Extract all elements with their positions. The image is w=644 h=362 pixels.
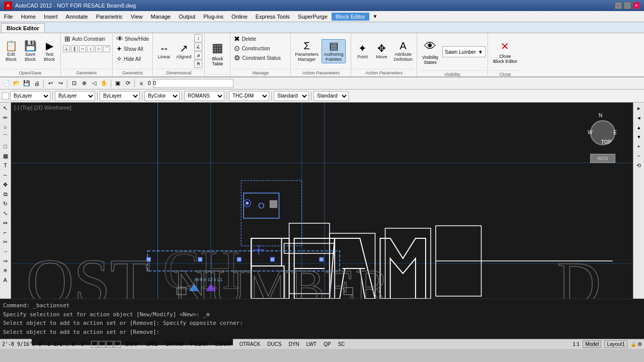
ortho-toggle[interactable]: ⊠ bbox=[106, 341, 113, 348]
edit-block-btn[interactable]: 📋 Edit Block bbox=[2, 40, 20, 63]
geo-btn-6[interactable]: ⌒ bbox=[103, 45, 110, 52]
construction-btn[interactable]: ⊙ Construction bbox=[232, 44, 271, 53]
lt-arc[interactable]: ⌒ bbox=[1, 132, 10, 141]
model-tab[interactable]: Model bbox=[583, 340, 601, 348]
block-table-btn[interactable]: ▦ BlockTable bbox=[207, 36, 228, 71]
menu-insert[interactable]: Insert bbox=[40, 13, 62, 21]
tb-redo[interactable]: ↪ bbox=[56, 79, 65, 88]
menu-online[interactable]: Online bbox=[227, 13, 252, 21]
lt-dimension[interactable]: ↔ bbox=[1, 170, 10, 179]
lt-hatch[interactable]: ▦ bbox=[1, 151, 10, 160]
dim-btn-3[interactable]: ⌀ bbox=[194, 51, 202, 59]
sawn-lumber-dropdown[interactable]: Sawn Lumber ▼ bbox=[442, 46, 486, 57]
tb-layer-state[interactable]: ≡ bbox=[137, 79, 146, 88]
authoring-palettes-btn[interactable]: ▤ AuthoringPalettes bbox=[321, 39, 346, 63]
lt-layer[interactable]: A bbox=[1, 276, 10, 285]
show-all-btn[interactable]: ✦ Show All bbox=[115, 44, 144, 53]
plot-style-select[interactable]: Standard bbox=[274, 91, 309, 101]
grid-status[interactable]: GRID bbox=[143, 340, 161, 348]
polar-toggle[interactable]: ⊕ bbox=[114, 341, 121, 348]
snap-toggle[interactable]: ⊞ bbox=[91, 341, 98, 348]
lt-rotate[interactable]: ↻ bbox=[1, 199, 10, 208]
sc-status[interactable]: SC bbox=[336, 340, 348, 348]
lt-circle[interactable]: ○ bbox=[1, 123, 10, 132]
canvas-area[interactable]: [-] [Top] [2D Wireframe] bbox=[11, 103, 633, 299]
rt-btn-2[interactable]: ◂ bbox=[634, 113, 643, 122]
lineweight-select[interactable]: ByColor bbox=[144, 91, 180, 101]
quick-access-btn[interactable]: ▼ bbox=[371, 14, 379, 19]
point-btn[interactable]: ✦ Point bbox=[353, 42, 371, 60]
polar-status[interactable]: POLAR bbox=[188, 340, 210, 348]
gear-icon[interactable]: ⚙ bbox=[637, 341, 642, 347]
tb-save[interactable]: 💾 bbox=[22, 79, 31, 88]
rt-btn-4[interactable]: ▾ bbox=[634, 132, 643, 141]
tb-zoom-window[interactable]: ⊕ bbox=[79, 79, 89, 88]
lt-explode[interactable]: ✳ bbox=[1, 266, 10, 275]
tb-zoom-extent[interactable]: ⊡ bbox=[69, 79, 78, 88]
save-block-btn[interactable]: 💾 SaveBlock bbox=[21, 40, 39, 63]
geo-btn-3[interactable]: ↔ bbox=[79, 45, 86, 52]
font-select[interactable]: ROMANS bbox=[184, 91, 224, 101]
menu-express-tools[interactable]: Express Tools bbox=[252, 13, 294, 21]
menu-superpurge[interactable]: SuperPurge bbox=[294, 13, 332, 21]
dim-btn-2[interactable]: ∠ bbox=[194, 43, 202, 51]
lt-polyline[interactable]: ✏ bbox=[1, 113, 10, 122]
layer-select[interactable]: ByLayer bbox=[10, 91, 50, 101]
tb-open[interactable]: 📂 bbox=[12, 79, 21, 88]
otrack-status[interactable]: OTRACK bbox=[237, 340, 263, 348]
ducs-status[interactable]: DUCS bbox=[265, 340, 284, 348]
hide-all-btn[interactable]: ✧ Hide All bbox=[115, 54, 142, 63]
layout1-tab[interactable]: Layout1 bbox=[604, 340, 627, 348]
menu-manage[interactable]: Manage bbox=[146, 13, 175, 21]
ortho-status[interactable]: ORTHO bbox=[163, 340, 186, 348]
lt-move[interactable]: ✥ bbox=[1, 180, 10, 189]
menu-view[interactable]: View bbox=[127, 13, 147, 21]
rt-btn-1[interactable]: ▸ bbox=[634, 104, 643, 113]
qp-status[interactable]: QP bbox=[321, 340, 333, 348]
rt-btn-7[interactable]: ⟲ bbox=[634, 161, 643, 170]
lt-scale[interactable]: ⤡ bbox=[1, 209, 10, 218]
linetype-select[interactable]: ByLayer bbox=[100, 91, 140, 101]
lt-select[interactable]: ↖ bbox=[1, 104, 10, 113]
tb-print[interactable]: 🖨 bbox=[32, 79, 41, 88]
visibility-states-btn[interactable]: 👁 VisibilityStates bbox=[419, 34, 441, 69]
dim-btn-1[interactable]: ↕ bbox=[194, 34, 202, 42]
geo-btn-5[interactable]: ○ bbox=[95, 45, 102, 52]
lt-fillet[interactable]: ⌐ bbox=[1, 228, 10, 237]
geo-btn-4[interactable]: ↕ bbox=[87, 45, 94, 52]
tb-pan[interactable]: ✋ bbox=[100, 79, 109, 88]
osnap-status[interactable]: OSNAP bbox=[212, 340, 235, 348]
lt-text[interactable]: T bbox=[1, 161, 10, 170]
lwt-status[interactable]: LWT bbox=[304, 340, 319, 348]
snap-status[interactable]: SNAP bbox=[123, 340, 141, 348]
aligned-btn[interactable]: ↗ Aligned bbox=[174, 42, 193, 60]
lt-trim[interactable]: ✂ bbox=[1, 237, 10, 246]
linear-btn[interactable]: ↔ Linear bbox=[155, 42, 173, 60]
tb-zoom-prev[interactable]: ◁ bbox=[90, 79, 99, 88]
layer-input[interactable] bbox=[153, 79, 233, 88]
ribbon-tab-block-editor[interactable]: Block Editor bbox=[1, 23, 45, 33]
color-select[interactable]: ByLayer bbox=[55, 91, 95, 101]
rt-btn-5[interactable]: + bbox=[634, 142, 643, 151]
dim-style-select[interactable]: THC-DIM bbox=[229, 91, 269, 101]
move-btn[interactable]: ✥ Move bbox=[372, 42, 390, 60]
grid-toggle[interactable]: ⊟ bbox=[99, 341, 106, 348]
rt-btn-6[interactable]: − bbox=[634, 151, 643, 160]
menu-annotate[interactable]: Annotate bbox=[62, 13, 92, 21]
menu-file[interactable]: File bbox=[0, 13, 17, 21]
constraint-status-btn[interactable]: ⚙ Constraint Status bbox=[232, 53, 282, 62]
close-block-editor-btn[interactable]: ✕ CloseBlock Editor bbox=[490, 34, 520, 69]
material-select[interactable]: Standard bbox=[313, 91, 349, 101]
close-btn[interactable]: ✕ bbox=[633, 2, 640, 9]
delete-btn[interactable]: ✖ Delete bbox=[232, 34, 258, 43]
tb-orbit[interactable]: ⟳ bbox=[123, 79, 132, 88]
lt-copy[interactable]: ⧉ bbox=[1, 190, 10, 199]
tb-undo[interactable]: ↩ bbox=[46, 79, 55, 88]
menu-home[interactable]: Home bbox=[17, 13, 40, 21]
lt-extend[interactable]: → bbox=[1, 247, 10, 256]
parameters-manager-btn[interactable]: Σ ParametersManager bbox=[293, 40, 320, 63]
lt-mirror[interactable]: ⇔ bbox=[1, 218, 10, 227]
menu-plugins[interactable]: Plug-ins bbox=[199, 13, 227, 21]
minimize-btn[interactable]: ─ bbox=[615, 2, 622, 9]
test-block-btn[interactable]: ▶ TestBlock bbox=[40, 40, 58, 63]
